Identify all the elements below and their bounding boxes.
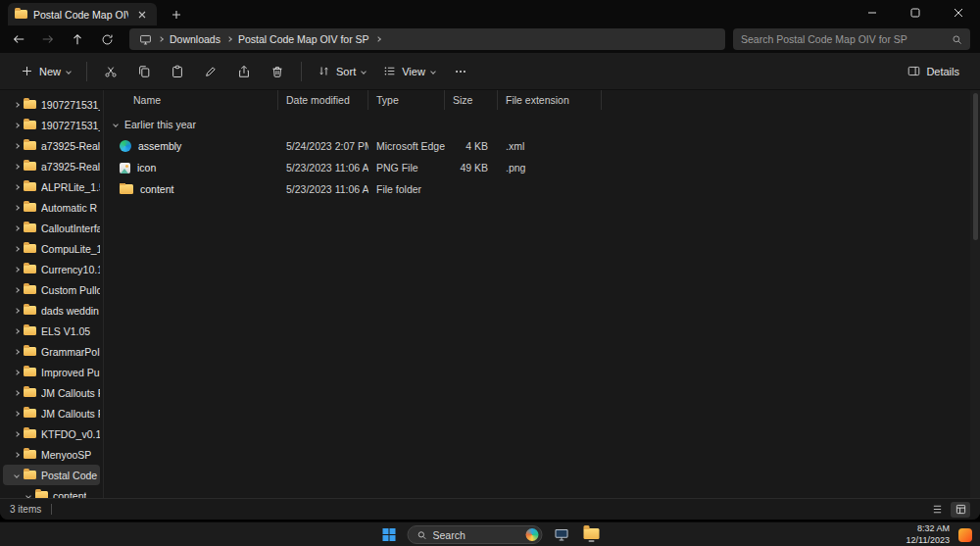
folder-icon <box>24 223 36 232</box>
vertical-scrollbar[interactable] <box>970 90 980 498</box>
sidebar-item[interactable]: Improved Pu <box>3 362 100 382</box>
minimize-button[interactable] <box>851 0 894 25</box>
taskbar-clock[interactable]: 8:32 AM 12/11/2023 <box>906 523 950 546</box>
chevron-right-icon[interactable] <box>14 452 20 458</box>
column-header-date-modified[interactable]: Date modified <box>278 90 368 110</box>
details-view-toggle[interactable] <box>951 502 970 518</box>
sidebar-item[interactable]: KTFDO_v0.1_ <box>3 423 100 444</box>
file-row-assembly[interactable]: assembly 5/24/2023 2:07 PM Microsoft Edg… <box>104 135 980 157</box>
chevron-right-icon[interactable] <box>14 328 20 334</box>
chevron-right-icon[interactable] <box>14 205 20 211</box>
refresh-button[interactable] <box>92 27 122 51</box>
taskbar-file-explorer[interactable] <box>580 524 604 546</box>
tab-close-button[interactable] <box>134 7 150 23</box>
sidebar-item[interactable]: GrammarPoli <box>3 341 100 362</box>
breadcrumb[interactable]: Downloads Postal Code Map OIV for SP <box>129 28 725 50</box>
paste-button[interactable] <box>161 58 194 85</box>
forward-button[interactable] <box>33 27 63 51</box>
folder-icon <box>24 285 36 294</box>
file-row-icon[interactable]: icon 5/23/2023 11:06 AM PNG File 49 KB .… <box>104 157 980 178</box>
new-button[interactable]: New <box>12 58 79 85</box>
chevron-right-icon[interactable] <box>14 184 20 190</box>
sidebar-item[interactable]: 1907271531_ <box>3 115 100 135</box>
taskbar: Search 8:32 AM 12/11/2023 <box>0 521 980 546</box>
sidebar-item[interactable]: ELS V1.05 <box>3 321 100 341</box>
sidebar-item-label: Custom Pullo <box>41 284 100 296</box>
sort-button-label: Sort <box>336 66 356 77</box>
items-count: 3 items <box>10 504 41 515</box>
sidebar-item[interactable]: Automatic R <box>3 197 100 218</box>
sidebar-item[interactable]: CalloutInterfa <box>3 218 100 238</box>
tray-app-icon[interactable] <box>958 528 972 542</box>
chevron-right-icon[interactable] <box>14 308 20 314</box>
chevron-down-icon[interactable] <box>14 472 20 478</box>
view-button[interactable]: View <box>374 58 444 85</box>
close-button[interactable] <box>937 0 980 25</box>
folder-icon <box>24 244 36 253</box>
sidebar-item-postal-code-map[interactable]: Postal Code M <box>3 465 100 485</box>
chevron-down-icon[interactable] <box>113 122 119 127</box>
sidebar-item[interactable]: dads weddin <box>3 300 100 321</box>
chevron-right-icon[interactable] <box>14 287 20 293</box>
sidebar-item[interactable]: JM Callouts F <box>3 403 100 423</box>
chevron-right-icon[interactable] <box>14 431 20 437</box>
chevron-right-icon[interactable] <box>14 349 20 355</box>
taskbar-search[interactable]: Search <box>408 525 543 544</box>
file-type: File folder <box>368 183 445 195</box>
maximize-button[interactable] <box>894 0 937 25</box>
folder-icon <box>24 347 36 356</box>
up-button[interactable] <box>63 27 92 51</box>
search-input[interactable] <box>741 33 946 45</box>
breadcrumb-downloads[interactable]: Downloads <box>170 33 220 45</box>
column-header-size[interactable]: Size <box>445 90 498 110</box>
sort-icon <box>318 65 330 77</box>
sidebar-item[interactable]: CompuLite_1 <box>3 238 100 259</box>
copy-button[interactable] <box>127 58 161 85</box>
search-box[interactable] <box>733 28 970 50</box>
list-view-toggle[interactable] <box>927 502 947 518</box>
group-header-earlier-this-year[interactable]: Earlier this year <box>104 114 980 135</box>
column-header-file-extension[interactable]: File extension <box>498 90 602 110</box>
back-button[interactable] <box>4 27 33 51</box>
share-button[interactable] <box>227 58 261 85</box>
details-pane-button[interactable]: Details <box>899 58 968 85</box>
sidebar-item[interactable]: ALPRLite_1.5. <box>3 176 100 197</box>
start-button[interactable] <box>377 524 401 546</box>
sidebar-item[interactable]: MenyooSP <box>3 444 100 465</box>
column-header-type[interactable]: Type <box>368 90 445 110</box>
cut-button[interactable] <box>94 58 127 85</box>
new-tab-button[interactable] <box>169 7 184 23</box>
taskbar-app-monitor[interactable] <box>550 524 573 546</box>
sidebar-item[interactable]: Currency10.1. <box>3 259 100 279</box>
folder-icon <box>24 306 36 315</box>
sidebar-item[interactable]: a73925-Reali <box>3 135 100 156</box>
explorer-tab[interactable]: Postal Code Map OIV for SP <box>8 3 157 25</box>
chevron-right-icon[interactable] <box>14 123 20 128</box>
breadcrumb-current-folder[interactable]: Postal Code Map OIV for SP <box>238 33 369 45</box>
taskbar-right-group: 8:32 AM 12/11/2023 <box>906 522 972 546</box>
delete-button[interactable] <box>261 58 294 85</box>
chevron-right-icon[interactable] <box>14 370 20 375</box>
chevron-right-icon[interactable] <box>14 225 20 231</box>
chevron-right-icon[interactable] <box>14 390 20 396</box>
sidebar-item[interactable]: 1907271531_ <box>3 94 100 115</box>
edge-html-icon <box>120 140 131 152</box>
chevron-right-icon[interactable] <box>14 143 20 149</box>
sidebar-item[interactable]: JM Callouts F <box>3 382 100 403</box>
more-options-button[interactable] <box>444 58 477 85</box>
sidebar-item-label: ELS V1.05 <box>41 325 90 337</box>
sort-button[interactable]: Sort <box>309 58 374 85</box>
file-row-content[interactable]: content 5/23/2023 11:06 AM File folder <box>104 178 980 200</box>
sidebar-item[interactable]: Custom Pullo <box>3 279 100 300</box>
chevron-right-icon[interactable] <box>14 267 20 273</box>
chevron-right-icon[interactable] <box>14 102 20 108</box>
sidebar-item[interactable]: a73925-Reali <box>3 156 100 176</box>
chevron-down-icon <box>361 69 367 74</box>
chevron-right-icon[interactable] <box>14 411 20 417</box>
column-header-name[interactable]: Name <box>104 90 278 110</box>
scrollbar-thumb[interactable] <box>973 93 978 240</box>
chevron-right-icon[interactable] <box>14 164 20 170</box>
chevron-right-icon[interactable] <box>14 246 20 252</box>
sidebar-item-content[interactable]: content <box>3 485 100 498</box>
rename-button[interactable] <box>194 58 227 85</box>
